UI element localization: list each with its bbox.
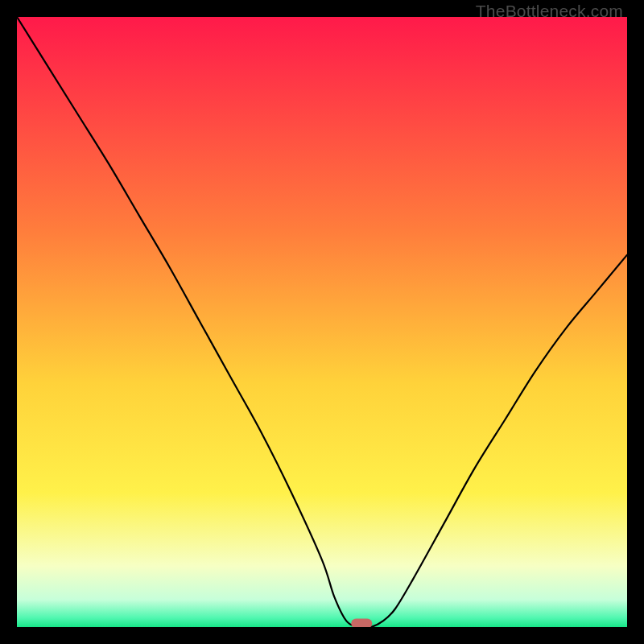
optimal-marker xyxy=(351,618,372,627)
watermark-text: TheBottleneck.com xyxy=(476,2,623,21)
chart-svg xyxy=(17,17,627,627)
chart-background xyxy=(17,17,627,627)
chart-frame xyxy=(17,17,627,627)
